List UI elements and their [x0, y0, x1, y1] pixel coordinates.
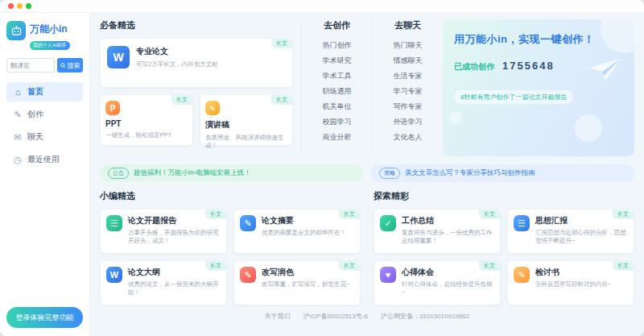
create-link[interactable]: 热门创作	[310, 38, 364, 53]
card-desc: 万事开头难，开题报告为你的研究开好头，成文！	[128, 229, 221, 245]
chat-link[interactable]: 写作专家	[381, 99, 435, 114]
create-column: 去创作 热门创作 学术研究 学术工具 职场通用 机关单位 校园学习 商业分析	[301, 19, 364, 156]
sidebar-item-label: 创作	[27, 109, 43, 120]
home-icon: ⌂	[13, 87, 23, 97]
card-speech[interactable]: 长文 ✎ 演讲稿 各类用途、风格演讲稿快速生成！	[200, 94, 293, 146]
promo-stat-label: 已成功创作	[454, 61, 494, 73]
card-polish[interactable]: 长文 ✎ 改写润色 改写降重，扩写缩写，妙笔生花~	[233, 260, 361, 305]
card-desc: 改写降重，扩写缩写，妙笔生花~	[262, 280, 349, 288]
guide-banner[interactable]: 攻略 美文文章怎么写？专家分享技巧与创作指南	[371, 164, 634, 182]
explore-title: 探索精彩	[374, 190, 634, 202]
promo-panel: 用万能小in，实现一键创作！ 已成功创作 1755648 8秒前有用户创作了一篇…	[443, 19, 634, 156]
pen-icon: ✎	[205, 101, 220, 115]
chat-link[interactable]: 生活专家	[381, 68, 435, 84]
chat-link[interactable]: 热门聊天	[381, 38, 435, 53]
title-bar	[0, 0, 644, 13]
chat-link[interactable]: 学习专家	[381, 84, 435, 99]
chat-link[interactable]: 情感聊天	[381, 53, 435, 68]
card-thesis[interactable]: 长文 W 专业论文 可写2万字长文，内容包含文献	[100, 38, 293, 88]
explore-section: 探索精彩 长文 ✓ 工作总结 复盘得失与进步，一份优秀的工作总结很重要！ 长文	[374, 190, 634, 305]
card-title: 改写润色	[262, 267, 349, 278]
sidebar-item-create[interactable]: ✎ 创作	[6, 105, 83, 124]
card-desc: 各类用途、风格演讲稿快速生成！	[205, 134, 287, 150]
about-link[interactable]: 关于我们	[265, 312, 291, 321]
promo-ticker: 8秒前有用户创作了一篇论文开题报告	[454, 90, 573, 104]
longform-tag: 长文	[613, 209, 634, 219]
card-proposal[interactable]: 长文 ☰ 论文开题报告 万事开头难，开题报告为你的研究开好头，成文！	[100, 209, 227, 254]
sidebar-item-label: 最近使用	[27, 154, 60, 165]
report-icon: ☰	[106, 215, 122, 231]
abstract-icon: ✎	[240, 215, 256, 231]
guide-text: 美文文章怎么写？专家分享技巧与创作指南	[405, 168, 535, 178]
featured-title: 必备精选	[100, 19, 293, 31]
card-ppt[interactable]: 长文 P PPT 一键生成，轻松搞定PPT	[100, 94, 193, 146]
create-link[interactable]: 机关单位	[310, 99, 364, 114]
promo-headline: 用万能小in，实现一键创作！	[454, 32, 623, 47]
card-abstract[interactable]: 长文 ✎ 论文摘要 优质的摘要是全文的精华所在！	[233, 209, 361, 254]
word-icon: W	[107, 46, 130, 68]
longform-tag: 长文	[479, 261, 500, 271]
picks-title: 小编精选	[100, 190, 361, 202]
card-self-review[interactable]: 长文 ✎ 检讨书 怎样反思并写好检讨的内容~	[507, 260, 634, 305]
sidebar-item-label: 聊天	[27, 131, 43, 143]
longform-tag: 长文	[339, 261, 360, 271]
chat-title: 去聊天	[381, 19, 435, 31]
sidebar-menu: ⌂ 首页 ✎ 创作 ✉ 聊天 ◷ 最近使用	[6, 82, 83, 169]
longform-tag: 长文	[171, 95, 192, 105]
robot-logo-icon	[6, 21, 26, 40]
card-desc: 针对心得体会，总结经验提升自我~	[402, 280, 494, 297]
icp-link[interactable]: 沪ICP备20022513号-6	[303, 312, 368, 321]
login-button[interactable]: 登录体验完整功能	[6, 307, 83, 328]
announcement-banner[interactable]: 公告 超值福利！万能小in-电脑端安装上线！	[100, 164, 363, 182]
chat-icon: ✉	[13, 132, 23, 143]
card-insight[interactable]: 长文 ♥ 心得体会 针对心得体会，总结经验提升自我~	[374, 260, 501, 305]
longform-tag: 长文	[339, 209, 360, 219]
longform-tag: 长文	[271, 39, 292, 48]
card-desc: 优秀的论文，从一份完美的大纲开始！	[128, 280, 221, 297]
card-desc: 复盘得失与进步，一份优秀的工作总结很重要！	[402, 229, 494, 245]
card-title: 专业论文	[136, 46, 218, 57]
minimize-window-icon[interactable]	[17, 3, 23, 9]
clock-icon: ◷	[13, 155, 23, 165]
footer: 关于我们 沪ICP备20022513号-6 沪公网安备：310150109198…	[100, 312, 634, 322]
chat-link[interactable]: 外语学习	[381, 114, 435, 130]
logo: 万能小in 我的个人AI助手	[6, 21, 83, 50]
chat-link[interactable]: 文化名人	[381, 130, 435, 145]
summary-icon: ✓	[380, 215, 396, 231]
edit-icon: ✎	[13, 110, 23, 120]
police-link[interactable]: 沪公网安备：31015010919862	[381, 312, 469, 321]
sidebar-item-recent[interactable]: ◷ 最近使用	[6, 150, 83, 169]
card-work-summary[interactable]: 长文 ✓ 工作总结 复盘得失与进步，一份优秀的工作总结很重要！	[374, 209, 501, 254]
ppt-icon: P	[105, 101, 120, 115]
promo-stat-value: 1755648	[502, 60, 555, 72]
sidebar-item-home[interactable]: ⌂ 首页	[6, 82, 83, 102]
search-input[interactable]	[6, 58, 55, 73]
create-link[interactable]: 学术研究	[310, 53, 364, 68]
longform-tag: 长文	[613, 261, 634, 271]
create-link[interactable]: 学术工具	[310, 68, 364, 84]
create-title: 去创作	[310, 19, 364, 31]
card-outline[interactable]: 长文 W 论文大纲 优秀的论文，从一份完美的大纲开始！	[100, 260, 227, 305]
thought-icon: ☰	[514, 215, 530, 231]
card-title: PPT	[105, 119, 188, 128]
longform-tag: 长文	[205, 209, 226, 219]
search-icon	[60, 63, 66, 68]
sidebar-item-chat[interactable]: ✉ 聊天	[6, 127, 83, 147]
editor-picks-section: 小编精选 长文 ☰ 论文开题报告 万事开头难，开题报告为你的研究开好头，成文！ …	[100, 190, 361, 305]
search-button[interactable]: 搜索	[57, 58, 83, 73]
close-window-icon[interactable]	[8, 3, 14, 9]
card-thought-report[interactable]: 长文 ☰ 思想汇报 汇报思想与近期心得的分析，思想觉悟不断提升~	[507, 209, 634, 254]
card-desc: 优质的摘要是全文的精华所在！	[262, 229, 346, 237]
chat-column: 去聊天 热门聊天 情感聊天 生活专家 学习专家 写作专家 外语学习 文化名人	[372, 19, 435, 156]
featured-section: 必备精选 长文 W 专业论文 可写2万字长文，内容包含文献 长文 P	[100, 19, 293, 156]
card-desc: 怎样反思并写好检讨的内容~	[535, 280, 611, 288]
maximize-window-icon[interactable]	[26, 3, 31, 9]
create-link[interactable]: 校园学习	[310, 114, 364, 130]
card-title: 检讨书	[535, 267, 611, 278]
app-window: 万能小in 我的个人AI助手 搜索 ⌂ 首页 ✎ 创作	[0, 0, 644, 336]
app-name: 万能小in	[30, 23, 68, 35]
card-title: 论文摘要	[262, 215, 346, 226]
create-link[interactable]: 职场通用	[310, 84, 364, 99]
create-link[interactable]: 商业分析	[310, 130, 364, 145]
card-title: 演讲稿	[205, 119, 287, 131]
